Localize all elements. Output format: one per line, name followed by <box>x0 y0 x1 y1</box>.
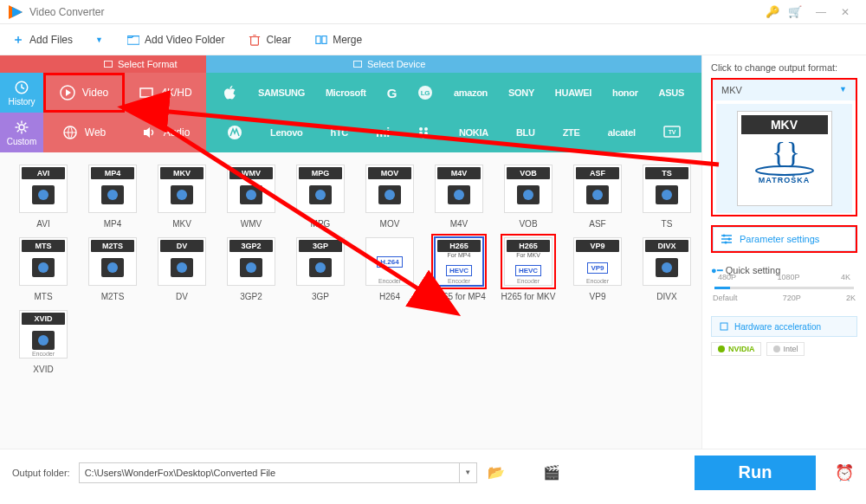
svg-point-19 <box>422 135 425 139</box>
output-folder-dropdown[interactable]: ▼ <box>459 463 476 482</box>
speaker-icon <box>141 125 157 140</box>
brand-htc[interactable]: hTC <box>330 127 347 138</box>
brand-nokia[interactable]: NOKIA <box>459 127 488 138</box>
format-divx[interactable]: DIVXDIVX <box>636 234 698 301</box>
add-folder-label: Add Video Folder <box>145 34 225 46</box>
format-mov[interactable]: MOVMOV <box>359 161 421 229</box>
key-icon[interactable]: 🔑 <box>764 5 781 18</box>
brand-motorola[interactable] <box>227 125 242 140</box>
format-mpg[interactable]: MPGMPG <box>289 161 352 229</box>
dropdown-icon[interactable]: ▼ <box>95 36 103 44</box>
app-title: Video Converter <box>29 6 764 18</box>
format-wmv[interactable]: WMVWMV <box>220 161 282 229</box>
svg-point-56 <box>756 166 813 175</box>
merge-button[interactable]: Merge <box>315 34 362 46</box>
brand-blackberry[interactable] <box>417 126 431 139</box>
minimize-button[interactable]: — <box>809 6 833 18</box>
format-mp4[interactable]: MP4MP4 <box>81 161 144 229</box>
app-logo <box>9 5 23 19</box>
category-video[interactable]: Video <box>43 73 125 113</box>
category-4k[interactable]: 4K/HD <box>125 73 206 113</box>
brand-tv[interactable]: TV <box>663 126 681 139</box>
format-h265-for-mkv[interactable]: H265For MKVHEVCEncoderH265 for MKV <box>497 234 559 301</box>
category-web[interactable]: Web <box>43 113 125 152</box>
select-format-tab[interactable]: Select Format <box>0 55 206 73</box>
format-m4v[interactable]: M4VM4V <box>428 161 490 229</box>
toolbar: ＋ Add Files ▼ Add Video Folder Clear Mer… <box>0 24 866 55</box>
format-3gp2[interactable]: 3GP23GP2 <box>220 234 282 301</box>
svg-point-15 <box>419 127 423 131</box>
category-audio[interactable]: Audio <box>125 113 206 152</box>
brand-lenovo[interactable]: Lenovo <box>270 127 302 138</box>
svg-point-29 <box>246 190 256 200</box>
cart-icon[interactable]: 🛒 <box>786 5 804 18</box>
format-vob[interactable]: VOBVOB <box>497 161 559 229</box>
brand-blu[interactable]: BLU <box>516 127 535 138</box>
output-format-selector[interactable]: MKV ▼ MKV { } MATROŠKA <box>711 78 857 216</box>
merge-label: Merge <box>333 34 362 46</box>
add-files-button[interactable]: ＋ Add Files ▼ <box>12 32 103 48</box>
brand-google[interactable]: G <box>387 86 397 100</box>
brand-alcatel[interactable]: alcatel <box>608 127 636 138</box>
format-vp9[interactable]: VP9VP9EncoderVP9 <box>566 234 629 301</box>
svg-text:LG: LG <box>421 89 430 97</box>
format-mkv[interactable]: MKVMKV <box>151 161 213 229</box>
add-files-label: Add Files <box>29 34 73 46</box>
parameter-settings-button[interactable]: Parameter settings <box>711 225 857 253</box>
svg-point-25 <box>107 190 118 200</box>
svg-point-49 <box>246 262 256 273</box>
alarm-icon[interactable]: ⏰ <box>835 463 854 482</box>
custom-button[interactable]: Custom <box>0 113 43 152</box>
history-button[interactable]: History <box>0 73 43 113</box>
brand-samsung[interactable]: SAMSUNG <box>258 87 305 98</box>
format-h264[interactable]: H.264EncoderH264 <box>359 234 421 301</box>
output-card: MKV { } MATROŠKA <box>737 111 832 206</box>
svg-point-53 <box>662 262 672 273</box>
format-avi[interactable]: AVIAVI <box>12 161 74 229</box>
svg-point-23 <box>38 190 48 200</box>
close-button[interactable]: ✕ <box>833 6 857 18</box>
film-icon[interactable]: 🎬 <box>541 464 562 481</box>
output-folder-input[interactable] <box>80 463 459 482</box>
merge-icon <box>315 34 327 46</box>
history-icon <box>14 80 29 95</box>
brand-honor[interactable]: honor <box>612 87 638 98</box>
format-ts[interactable]: TSTS <box>636 161 698 229</box>
output-badge: MKV <box>741 115 828 134</box>
brand-apple[interactable] <box>223 85 237 100</box>
output-folder-field[interactable]: ▼ <box>79 462 477 483</box>
brand-sony[interactable]: SONY <box>508 87 534 98</box>
select-device-tab[interactable]: Select Device <box>206 55 701 73</box>
run-button[interactable]: Run <box>695 456 816 490</box>
format-xvid[interactable]: XVIDEncoderXVID <box>12 307 74 374</box>
brand-huawei[interactable]: HUAWEI <box>555 87 591 98</box>
brand-microsoft[interactable]: Microsoft <box>326 87 366 98</box>
sliders-icon <box>721 233 733 245</box>
svg-point-18 <box>424 132 428 135</box>
svg-point-45 <box>107 262 118 273</box>
clear-button[interactable]: Clear <box>249 34 291 46</box>
brand-lg[interactable]: LG <box>417 85 433 100</box>
svg-point-51 <box>315 262 326 273</box>
format-mts[interactable]: MTSMTS <box>12 234 74 301</box>
format-asf[interactable]: ASFASF <box>566 161 629 229</box>
brand-mi[interactable]: mi <box>376 126 390 139</box>
svg-point-61 <box>718 346 725 352</box>
brand-row-1: SAMSUNG Microsoft G LG amazon SONY HUAWE… <box>206 73 701 113</box>
svg-marker-9 <box>66 89 71 96</box>
brand-amazon[interactable]: amazon <box>454 87 488 98</box>
format-dv[interactable]: DVDV <box>151 234 213 301</box>
chip-icon <box>719 321 729 332</box>
format-m2ts[interactable]: M2TSM2TS <box>81 234 144 301</box>
svg-point-7 <box>19 125 24 130</box>
hardware-accel-button[interactable]: Hardware acceleration <box>711 316 857 337</box>
brand-asus[interactable]: ASUS <box>659 87 684 98</box>
svg-rect-60 <box>721 323 727 330</box>
format-h265-for-mp4[interactable]: H265For MP4HEVCEncoderH265 for MP4 <box>428 234 490 301</box>
quick-setting-slider[interactable]: 480P1080P4K Default720P2K <box>711 281 857 307</box>
brand-zte[interactable]: ZTE <box>563 127 580 138</box>
format-3gp[interactable]: 3GP3GP <box>289 234 352 301</box>
add-folder-button[interactable]: Add Video Folder <box>127 34 225 46</box>
open-folder-icon[interactable]: 📂 <box>486 464 507 481</box>
svg-point-43 <box>38 262 48 273</box>
